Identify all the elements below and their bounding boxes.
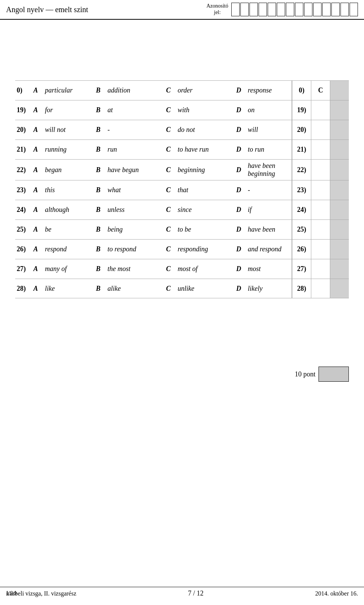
- text-d-2: will: [248, 126, 258, 134]
- answer-box1-6[interactable]: [311, 200, 330, 219]
- question-num-1: 19): [15, 100, 33, 120]
- question-row-2: 20)A will notB -C do notD will20): [15, 120, 349, 139]
- option-b-1: B at: [96, 106, 166, 114]
- answer-box1-0[interactable]: C: [311, 81, 330, 100]
- answer-box1-5[interactable]: [311, 180, 330, 200]
- text-b-2: -: [108, 126, 110, 134]
- option-c-3: C to have run: [166, 146, 236, 154]
- text-d-5: -: [248, 186, 250, 194]
- text-a-1: for: [45, 106, 53, 114]
- option-c-2: C do not: [166, 126, 236, 134]
- answer-box1-3[interactable]: [311, 140, 330, 159]
- question-num-0: 0): [15, 81, 33, 100]
- text-b-3: run: [108, 146, 117, 154]
- question-options-1: A forB atC withD on: [33, 100, 292, 120]
- text-b-1: at: [108, 106, 113, 114]
- option-b-6: B unless: [96, 206, 166, 214]
- option-b-9: B the most: [96, 265, 166, 273]
- text-b-9: the most: [108, 265, 131, 273]
- option-b-2: B -: [96, 126, 166, 134]
- answer-col-7: 25): [292, 220, 349, 239]
- letter-b-0: B: [96, 86, 103, 94]
- answer-box2-7[interactable]: [330, 220, 349, 239]
- letter-a-9: A: [33, 265, 40, 273]
- azonosito-box-5[interactable]: [277, 3, 285, 16]
- text-d-7: have been: [248, 226, 275, 234]
- score-row: 10 pont: [15, 367, 349, 382]
- option-d-3: D to run: [236, 146, 292, 154]
- answer-box2-8[interactable]: [330, 240, 349, 259]
- azonosito-box-12[interactable]: [340, 3, 349, 16]
- letter-a-8: A: [33, 245, 40, 253]
- letter-b-7: B: [96, 226, 103, 234]
- answer-box2-9[interactable]: [330, 259, 349, 279]
- text-a-8: respond: [45, 245, 67, 253]
- answer-box1-7[interactable]: [311, 220, 330, 239]
- option-a-5: A this: [33, 186, 96, 194]
- azonosito-box-13[interactable]: [350, 3, 358, 16]
- question-row-9: 27)A many ofB the mostC most ofD most27): [15, 259, 349, 279]
- footer-docnum: 1319: [6, 591, 17, 597]
- question-options-6: A althoughB unlessC sinceD if: [33, 200, 292, 219]
- answer-col-2: 20): [292, 120, 349, 139]
- letter-d-5: D: [236, 186, 243, 194]
- azonosito-box-4[interactable]: [268, 3, 276, 16]
- answer-box2-6[interactable]: [330, 200, 349, 219]
- answer-box1-9[interactable]: [311, 259, 330, 279]
- azonosito-box-7[interactable]: [295, 3, 303, 16]
- answer-box1-1[interactable]: [311, 100, 330, 120]
- option-c-0: C order: [166, 86, 236, 94]
- azonosito-box-0[interactable]: [231, 3, 240, 16]
- azonosito-box-11[interactable]: [331, 3, 340, 16]
- letter-d-6: D: [236, 206, 243, 214]
- footer: írásbeli vizsga, II. vizsgarész 7 / 12 2…: [0, 587, 364, 597]
- answer-box2-0[interactable]: [330, 81, 349, 100]
- score-label: 10 pont: [295, 370, 318, 378]
- question-num-3: 21): [15, 140, 33, 159]
- letter-d-10: D: [236, 285, 243, 293]
- answer-box1-4[interactable]: [311, 160, 330, 180]
- letter-a-0: A: [33, 86, 40, 94]
- answer-box1-2[interactable]: [311, 120, 330, 139]
- option-a-1: A for: [33, 106, 96, 114]
- text-a-7: be: [45, 226, 52, 234]
- text-d-3: to run: [248, 146, 265, 154]
- azonosito-box-10[interactable]: [322, 3, 331, 16]
- azonosito-box-6[interactable]: [286, 3, 294, 16]
- letter-d-8: D: [236, 245, 243, 253]
- azonosito-box-3[interactable]: [259, 3, 267, 16]
- answer-box2-2[interactable]: [330, 120, 349, 139]
- option-d-2: D will: [236, 126, 292, 134]
- answer-box2-1[interactable]: [330, 100, 349, 120]
- azonosito-boxes: [231, 3, 358, 16]
- text-a-9: many of: [45, 265, 67, 273]
- answer-box2-3[interactable]: [330, 140, 349, 159]
- azonosito-box-1[interactable]: [240, 3, 249, 16]
- answer-num-8: 26): [292, 240, 311, 259]
- text-a-5: this: [45, 186, 55, 194]
- option-b-3: B run: [96, 146, 166, 154]
- letter-d-9: D: [236, 265, 243, 273]
- text-b-5: what: [108, 186, 121, 194]
- letter-c-0: C: [166, 86, 173, 94]
- text-a-6: although: [45, 206, 69, 214]
- azonosito-box-8[interactable]: [304, 3, 312, 16]
- question-options-0: A particularB additionC orderD response: [33, 81, 292, 100]
- option-a-3: A running: [33, 146, 96, 154]
- answer-box2-5[interactable]: [330, 180, 349, 200]
- letter-d-3: D: [236, 146, 243, 154]
- azonosito-box-9[interactable]: [313, 3, 322, 16]
- answer-box2-10[interactable]: [330, 279, 349, 298]
- text-d-10: likely: [248, 285, 263, 293]
- answer-box1-10[interactable]: [311, 279, 330, 298]
- answer-num-1: 19): [292, 100, 311, 120]
- answer-box2-4[interactable]: [330, 160, 349, 180]
- letter-c-2: C: [166, 126, 173, 134]
- letter-a-1: A: [33, 106, 40, 114]
- text-b-8: to respond: [108, 245, 136, 253]
- answer-box1-8[interactable]: [311, 240, 330, 259]
- option-d-5: D -: [236, 186, 292, 194]
- azonosito-box-2[interactable]: [249, 3, 258, 16]
- letter-c-4: C: [166, 166, 173, 174]
- option-b-5: B what: [96, 186, 166, 194]
